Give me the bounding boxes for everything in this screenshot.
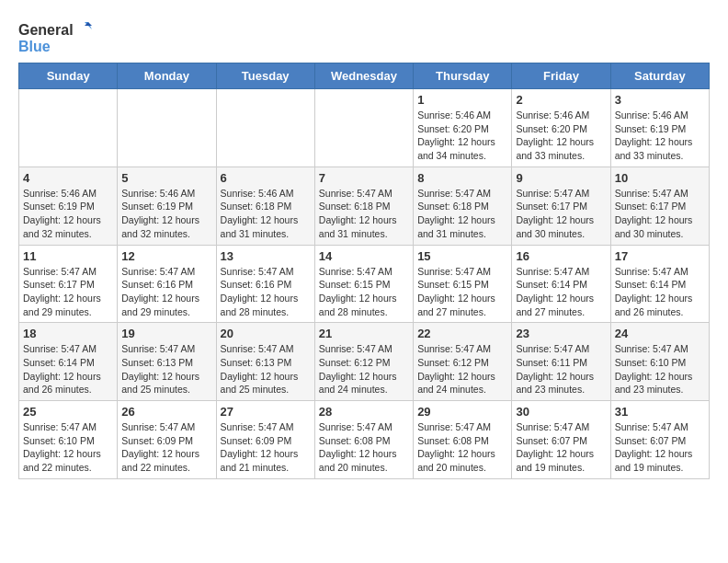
day-info: Sunrise: 5:46 AM Sunset: 6:18 PM Dayligh… [221, 187, 311, 241]
calendar-cell: 13Sunrise: 5:47 AM Sunset: 6:16 PM Dayli… [216, 245, 314, 323]
day-number: 24 [615, 327, 705, 340]
calendar-cell: 16Sunrise: 5:47 AM Sunset: 6:14 PM Dayli… [512, 245, 610, 323]
calendar-cell [118, 89, 216, 167]
day-info: Sunrise: 5:47 AM Sunset: 6:08 PM Dayligh… [417, 420, 507, 475]
day-info: Sunrise: 5:47 AM Sunset: 6:17 PM Dayligh… [23, 265, 113, 319]
day-info: Sunrise: 5:47 AM Sunset: 6:16 PM Dayligh… [221, 265, 311, 319]
day-info: Sunrise: 5:47 AM Sunset: 6:12 PM Dayligh… [319, 342, 409, 396]
calendar-cell: 15Sunrise: 5:47 AM Sunset: 6:15 PM Dayli… [414, 245, 512, 323]
day-info: Sunrise: 5:47 AM Sunset: 6:13 PM Dayligh… [221, 342, 311, 396]
day-info: Sunrise: 5:47 AM Sunset: 6:10 PM Dayligh… [615, 342, 705, 396]
day-info: Sunrise: 5:47 AM Sunset: 6:18 PM Dayligh… [319, 187, 409, 241]
day-number: 19 [121, 327, 211, 340]
day-number: 16 [516, 249, 606, 263]
day-info: Sunrise: 5:47 AM Sunset: 6:14 PM Dayligh… [516, 265, 606, 319]
day-info: Sunrise: 5:47 AM Sunset: 6:18 PM Dayligh… [417, 187, 507, 241]
calendar-cell: 20Sunrise: 5:47 AM Sunset: 6:13 PM Dayli… [216, 323, 314, 401]
calendar-cell: 5Sunrise: 5:46 AM Sunset: 6:19 PM Daylig… [118, 167, 216, 245]
day-info: Sunrise: 5:46 AM Sunset: 6:19 PM Dayligh… [615, 109, 705, 163]
calendar-cell: 30Sunrise: 5:47 AM Sunset: 6:07 PM Dayli… [512, 401, 610, 479]
calendar-cell: 28Sunrise: 5:47 AM Sunset: 6:08 PM Dayli… [314, 401, 413, 479]
logo: General Blue [18, 18, 92, 55]
calendar-cell [19, 89, 118, 167]
calendar-cell [216, 89, 314, 167]
calendar-cell: 14Sunrise: 5:47 AM Sunset: 6:15 PM Dayli… [314, 245, 413, 323]
calendar-cell: 31Sunrise: 5:47 AM Sunset: 6:07 PM Dayli… [610, 401, 709, 479]
day-info: Sunrise: 5:47 AM Sunset: 6:08 PM Dayligh… [319, 420, 409, 475]
calendar-cell: 21Sunrise: 5:47 AM Sunset: 6:12 PM Dayli… [314, 323, 413, 401]
day-info: Sunrise: 5:47 AM Sunset: 6:11 PM Dayligh… [516, 342, 606, 396]
calendar-table: SundayMondayTuesdayWednesdayThursdayFrid… [18, 63, 710, 479]
calendar-cell: 11Sunrise: 5:47 AM Sunset: 6:17 PM Dayli… [19, 245, 118, 323]
header: General Blue [18, 18, 710, 55]
calendar-cell: 4Sunrise: 5:46 AM Sunset: 6:19 PM Daylig… [19, 167, 118, 245]
calendar-cell: 22Sunrise: 5:47 AM Sunset: 6:12 PM Dayli… [414, 323, 512, 401]
calendar-cell: 8Sunrise: 5:47 AM Sunset: 6:18 PM Daylig… [414, 167, 512, 245]
day-info: Sunrise: 5:47 AM Sunset: 6:15 PM Dayligh… [417, 265, 507, 319]
day-info: Sunrise: 5:47 AM Sunset: 6:09 PM Dayligh… [121, 420, 211, 475]
day-info: Sunrise: 5:47 AM Sunset: 6:17 PM Dayligh… [516, 187, 606, 241]
day-number: 26 [121, 405, 211, 419]
calendar-cell: 6Sunrise: 5:46 AM Sunset: 6:18 PM Daylig… [216, 167, 314, 245]
day-number: 5 [121, 171, 211, 185]
day-info: Sunrise: 5:46 AM Sunset: 6:20 PM Dayligh… [516, 109, 606, 163]
day-number: 6 [221, 171, 311, 185]
calendar-cell: 18Sunrise: 5:47 AM Sunset: 6:14 PM Dayli… [19, 323, 118, 401]
day-number: 17 [615, 249, 705, 263]
day-number: 30 [516, 405, 606, 419]
calendar-cell: 12Sunrise: 5:47 AM Sunset: 6:16 PM Dayli… [118, 245, 216, 323]
calendar-cell: 17Sunrise: 5:47 AM Sunset: 6:14 PM Dayli… [610, 245, 709, 323]
day-info: Sunrise: 5:47 AM Sunset: 6:16 PM Dayligh… [121, 265, 211, 319]
calendar-cell: 24Sunrise: 5:47 AM Sunset: 6:10 PM Dayli… [610, 323, 709, 401]
day-number: 27 [221, 405, 311, 419]
day-number: 28 [319, 405, 409, 419]
day-number: 23 [516, 327, 606, 340]
day-header-thursday: Thursday [414, 63, 512, 89]
day-header-sunday: Sunday [19, 63, 118, 89]
day-number: 15 [417, 249, 507, 263]
day-number: 4 [23, 171, 113, 185]
day-info: Sunrise: 5:46 AM Sunset: 6:19 PM Dayligh… [121, 187, 211, 241]
day-header-monday: Monday [118, 63, 216, 89]
day-info: Sunrise: 5:47 AM Sunset: 6:14 PM Dayligh… [23, 342, 113, 396]
day-number: 7 [319, 171, 409, 185]
calendar-cell: 9Sunrise: 5:47 AM Sunset: 6:17 PM Daylig… [512, 167, 610, 245]
day-header-friday: Friday [512, 63, 610, 89]
day-number: 8 [417, 171, 507, 185]
day-info: Sunrise: 5:47 AM Sunset: 6:07 PM Dayligh… [516, 420, 606, 475]
day-number: 25 [23, 405, 113, 419]
calendar-header-row: SundayMondayTuesdayWednesdayThursdayFrid… [19, 63, 710, 89]
day-header-saturday: Saturday [610, 63, 709, 89]
day-info: Sunrise: 5:47 AM Sunset: 6:15 PM Dayligh… [319, 265, 409, 319]
day-number: 11 [23, 249, 113, 263]
calendar-cell: 10Sunrise: 5:47 AM Sunset: 6:17 PM Dayli… [610, 167, 709, 245]
week-row-1: 4Sunrise: 5:46 AM Sunset: 6:19 PM Daylig… [19, 167, 710, 245]
day-info: Sunrise: 5:47 AM Sunset: 6:14 PM Dayligh… [615, 265, 705, 319]
day-info: Sunrise: 5:47 AM Sunset: 6:10 PM Dayligh… [23, 420, 113, 475]
calendar-cell [314, 89, 413, 167]
logo-svg: General Blue [18, 18, 92, 55]
calendar-cell: 23Sunrise: 5:47 AM Sunset: 6:11 PM Dayli… [512, 323, 610, 401]
week-row-3: 18Sunrise: 5:47 AM Sunset: 6:14 PM Dayli… [19, 323, 710, 401]
day-number: 9 [516, 171, 606, 185]
day-number: 21 [319, 327, 409, 340]
week-row-4: 25Sunrise: 5:47 AM Sunset: 6:10 PM Dayli… [19, 401, 710, 479]
day-number: 18 [23, 327, 113, 340]
day-info: Sunrise: 5:47 AM Sunset: 6:13 PM Dayligh… [121, 342, 211, 396]
calendar-cell: 3Sunrise: 5:46 AM Sunset: 6:19 PM Daylig… [610, 89, 709, 167]
day-info: Sunrise: 5:47 AM Sunset: 6:09 PM Dayligh… [221, 420, 311, 475]
day-number: 14 [319, 249, 409, 263]
week-row-2: 11Sunrise: 5:47 AM Sunset: 6:17 PM Dayli… [19, 245, 710, 323]
day-info: Sunrise: 5:46 AM Sunset: 6:19 PM Dayligh… [23, 187, 113, 241]
svg-text:General: General [18, 22, 74, 38]
calendar-cell: 25Sunrise: 5:47 AM Sunset: 6:10 PM Dayli… [19, 401, 118, 479]
day-number: 20 [221, 327, 311, 340]
day-number: 31 [615, 405, 705, 419]
calendar-cell: 29Sunrise: 5:47 AM Sunset: 6:08 PM Dayli… [414, 401, 512, 479]
calendar-cell: 27Sunrise: 5:47 AM Sunset: 6:09 PM Dayli… [216, 401, 314, 479]
week-row-0: 1Sunrise: 5:46 AM Sunset: 6:20 PM Daylig… [19, 89, 710, 167]
day-number: 10 [615, 171, 705, 185]
calendar-cell: 7Sunrise: 5:47 AM Sunset: 6:18 PM Daylig… [314, 167, 413, 245]
day-info: Sunrise: 5:46 AM Sunset: 6:20 PM Dayligh… [417, 109, 507, 163]
day-header-tuesday: Tuesday [216, 63, 314, 89]
